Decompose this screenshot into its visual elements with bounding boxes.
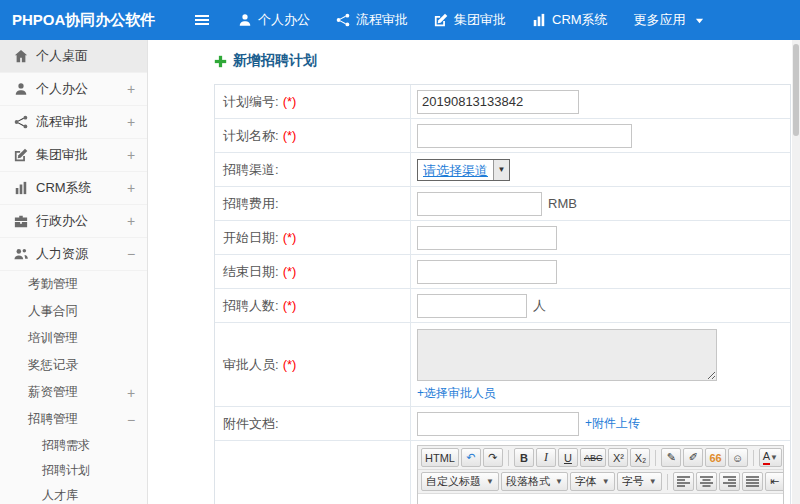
redo-button[interactable]: ↷ (483, 448, 503, 467)
flow-icon (336, 13, 350, 27)
approver-textarea[interactable] (417, 329, 717, 381)
sidebar-item-process-approval[interactable]: 流程审批 + (0, 106, 147, 139)
form-row-plan-no: 计划编号: (*) (215, 85, 790, 119)
sidebar-item-recruit-plan[interactable]: 招聘计划 (0, 458, 147, 483)
chevron-down-icon: ▼ (486, 477, 494, 486)
sidebar-item-hr[interactable]: 人力资源 − (0, 238, 147, 271)
recruitment-plan-form: 计划编号: (*) 计划名称: (*) 招聘渠道 (214, 84, 791, 504)
page-title: 新增招聘计划 (233, 52, 317, 70)
sidebar-item-talent-pool[interactable]: 人才库 (0, 483, 147, 504)
headcount-unit-label: 人 (533, 297, 546, 315)
app-logo: PHPOA协同办公软件 (0, 11, 148, 30)
scrollbar-thumb[interactable] (793, 44, 799, 136)
edit-icon (14, 148, 28, 162)
font-family-dropdown[interactable]: 字体▼ (570, 472, 615, 491)
sidebar-item-recruitment[interactable]: 招聘管理 − (0, 406, 147, 433)
nav-crm-system[interactable]: CRM系统 (532, 11, 608, 29)
format-brush-icon[interactable]: ✐ (683, 448, 703, 467)
required-mark: (*) (283, 264, 297, 279)
main-content: 新增招聘计划 计划编号: (*) 计划名称: (*) (148, 40, 800, 504)
rich-text-editor[interactable]: HTML ↶ ↷ B I U ABC X² X₂ ✎ ✐ (417, 445, 784, 504)
attachment-input[interactable] (417, 412, 579, 436)
headcount-input[interactable] (417, 294, 527, 318)
home-icon (14, 49, 28, 63)
menu-toggle-button[interactable] (194, 12, 210, 28)
font-color-button[interactable]: A▼ (759, 448, 782, 467)
sidebar-item-training[interactable]: 培训管理 (0, 325, 147, 352)
select-approver-link[interactable]: +选择审批人员 (417, 385, 496, 402)
nav-label: 集团审批 (454, 11, 506, 29)
sidebar-item-reward[interactable]: 奖惩记录 (0, 352, 147, 379)
font-size-dropdown[interactable]: 字号▼ (617, 472, 662, 491)
sidebar-item-recruit-need[interactable]: 招聘需求 (0, 433, 147, 458)
required-mark: (*) (283, 357, 297, 372)
undo-button[interactable]: ↶ (461, 448, 481, 467)
sidebar-item-desktop[interactable]: 个人桌面 (0, 40, 147, 73)
chevron-down-icon: ▼ (602, 477, 610, 486)
field-label: 计划编号: (*) (215, 85, 411, 118)
required-mark: (*) (283, 298, 297, 313)
sidebar-item-salary[interactable]: 薪资管理 + (0, 379, 147, 406)
add-plus-icon (214, 55, 227, 68)
field-label: 附件文档: (215, 407, 411, 440)
expand-plus-icon: + (125, 385, 137, 401)
nav-more-apps[interactable]: 更多应用 (634, 11, 704, 29)
align-justify-icon (746, 476, 759, 487)
start-date-input[interactable] (417, 226, 557, 250)
align-center-button[interactable] (696, 472, 717, 491)
form-row-fee: 招聘费用: RMB (215, 187, 790, 221)
paragraph-format-dropdown[interactable]: 段落格式▼ (501, 472, 568, 491)
align-right-button[interactable] (719, 472, 740, 491)
sidebar-item-group-approval[interactable]: 集团审批 + (0, 139, 147, 172)
required-mark: (*) (283, 94, 297, 109)
channel-select[interactable]: 请选择渠道 ▼ (417, 159, 510, 181)
emoticon-button[interactable]: ☺ (728, 448, 748, 467)
expand-minus-icon: − (125, 412, 137, 428)
form-row-channel: 招聘渠道: 请选择渠道 ▼ (215, 153, 790, 187)
expand-plus-icon: + (125, 180, 137, 196)
strikethrough-button[interactable]: ABC (580, 448, 607, 467)
plan-no-input[interactable] (417, 90, 579, 114)
bold-button[interactable]: B (514, 448, 534, 467)
plan-name-input[interactable] (417, 124, 632, 148)
field-label: 开始日期: (*) (215, 221, 411, 254)
briefcase-icon (14, 214, 28, 228)
fee-unit-label: RMB (548, 196, 577, 211)
toolbar-separator (655, 450, 656, 466)
italic-button[interactable]: I (536, 448, 556, 467)
blockquote-button[interactable]: 66 (705, 448, 725, 467)
sidebar-item-attendance[interactable]: 考勤管理 (0, 271, 147, 298)
attachment-upload-link[interactable]: +附件上传 (585, 415, 640, 432)
form-row-end-date: 结束日期: (*) (215, 255, 790, 289)
superscript-button[interactable]: X² (608, 448, 628, 467)
sidebar-item-crm[interactable]: CRM系统 + (0, 172, 147, 205)
form-row-approver: 审批人员: (*) +选择审批人员 (215, 323, 790, 407)
html-source-button[interactable]: HTML (421, 448, 459, 467)
end-date-input[interactable] (417, 260, 557, 284)
sidebar-item-contract[interactable]: 人事合同 (0, 298, 147, 325)
nav-personal-office[interactable]: 个人办公 (238, 11, 310, 29)
expand-plus-icon: + (125, 81, 137, 97)
chevron-down-icon: ▼ (770, 453, 778, 462)
page-header: 新增招聘计划 (214, 52, 792, 70)
subscript-button[interactable]: X₂ (630, 448, 650, 467)
align-justify-button[interactable] (742, 472, 763, 491)
fee-input[interactable] (417, 192, 542, 216)
nav-label: 流程审批 (356, 11, 408, 29)
vertical-scrollbar[interactable] (792, 40, 800, 504)
sidebar-item-admin-office[interactable]: 行政办公 + (0, 205, 147, 238)
custom-title-dropdown[interactable]: 自定义标题▼ (421, 472, 499, 491)
nav-group-approval[interactable]: 集团审批 (434, 11, 506, 29)
form-row-editor: HTML ↶ ↷ B I U ABC X² X₂ ✎ ✐ (215, 441, 790, 504)
nav-process-approval[interactable]: 流程审批 (336, 11, 408, 29)
eraser-icon[interactable]: ✎ (661, 448, 681, 467)
outdent-button[interactable]: ⇤ (765, 472, 783, 491)
field-label: 招聘渠道: (215, 153, 411, 186)
flow-icon (14, 115, 28, 129)
user-icon (238, 13, 252, 27)
align-left-button[interactable] (673, 472, 694, 491)
underline-button[interactable]: U (558, 448, 578, 467)
field-label: 招聘人数: (*) (215, 289, 411, 322)
sidebar-item-personal-office[interactable]: 个人办公 + (0, 73, 147, 106)
expand-minus-icon: − (125, 246, 137, 262)
